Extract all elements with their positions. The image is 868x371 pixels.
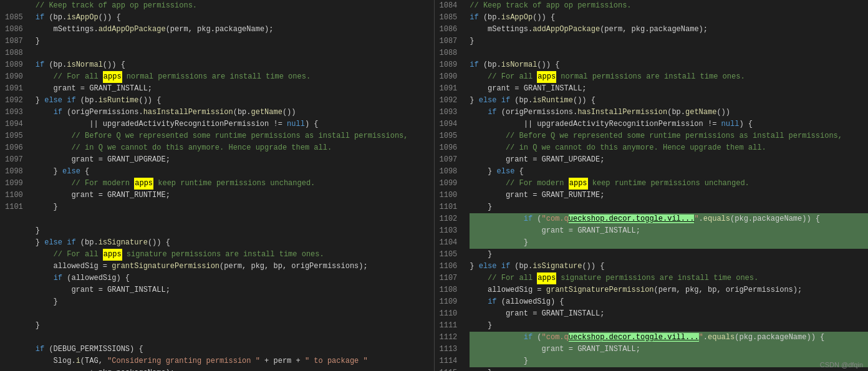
code-line: // Before Q we represented some runtime … [36, 130, 434, 142]
editor-container: 1085 1086 1087 1088 1089 1090 1091 1092 … [0, 0, 868, 371]
code-line: } else if (bp.isSignature()) { [36, 237, 434, 249]
code-line-highlighted: if ("com.queckshop.decor.toggle.vil...".… [470, 213, 868, 225]
code-line: // For modern apps keep runtime permissi… [36, 178, 434, 190]
right-pane: 1084 1085 1086 1087 1088 1089 1090 1091 … [435, 0, 869, 371]
code-line: mSettings.addAppOpPackage(perm, pkg.pack… [36, 24, 434, 36]
left-line-numbers: 1085 1086 1087 1088 1089 1090 1091 1092 … [0, 0, 33, 371]
code-line: allowedSig = grantSignaturePermission(pe… [470, 284, 868, 296]
code-line: // Keep track of app op permissions. [36, 0, 434, 12]
code-line: grant = GRANT_UPGRADE; [470, 154, 868, 166]
code-line [470, 47, 868, 59]
code-line: } else { [36, 166, 434, 178]
code-line: } [470, 249, 868, 261]
code-line: // in Q we cannot do this anymore. Hence… [470, 142, 868, 154]
code-line: if (bp.isAppOp()) { [36, 12, 434, 24]
code-line: grant = GRANT_INSTALL; [36, 284, 434, 296]
code-line: } [36, 320, 434, 332]
code-line: if (bp.isNormal()) { [470, 59, 868, 71]
code-line: } else if (bp.isRuntime()) { [470, 95, 868, 107]
code-line: grant = GRANT_RUNTIME; [470, 190, 868, 201]
code-line: } [36, 201, 434, 213]
code-line-highlighted: grant = GRANT_INSTALL; [470, 344, 868, 355]
code-line [36, 47, 434, 59]
code-line: if (allowedSig) { [470, 296, 868, 308]
code-line: if (origPermissions.hasInstallPermission… [470, 107, 868, 118]
code-line: + pkg.packageName); [36, 367, 434, 371]
watermark: CSDN @dfqin [820, 361, 863, 369]
code-line: // Keep track of app op permissions. [470, 0, 868, 12]
code-line: grant = GRANT_INSTALL; [470, 308, 868, 320]
code-line: if (bp.isAppOp()) { [470, 12, 868, 24]
code-line: allowedSig = grantSignaturePermission(pe… [36, 261, 434, 272]
code-line [36, 308, 434, 320]
code-line: // For all apps signature permissions ar… [36, 249, 434, 261]
code-line: grant = GRANT_INSTALL; [36, 83, 434, 95]
code-line: mSettings.addAppOpPackage(perm, pkg.pack… [470, 24, 868, 36]
left-pane: 1085 1086 1087 1088 1089 1090 1091 1092 … [0, 0, 434, 371]
code-line: // For modern apps keep runtime permissi… [470, 178, 868, 190]
code-line: || upgradedActivityRecognitionPermission… [36, 118, 434, 130]
code-line [36, 213, 434, 225]
code-line-highlighted: } [470, 237, 868, 249]
code-line-highlighted: grant = GRANT_INSTALL; [470, 225, 868, 237]
code-line: // in Q we cannot do this anymore. Hence… [36, 142, 434, 154]
code-line: } else if (bp.isRuntime()) { [36, 95, 434, 107]
code-line-highlighted: if ("com.queckshop.decor.toggle.vill..."… [470, 332, 868, 344]
code-line: } else if (bp.isSignature()) { [470, 261, 868, 272]
code-line: if (origPermissions.hasInstallPermission… [36, 107, 434, 118]
code-line-highlighted: } [470, 355, 868, 367]
code-line: if (bp.isNormal()) { [36, 59, 434, 71]
code-line: // Before Q we represented some runtime … [470, 130, 868, 142]
code-line: if (allowedSig) { [36, 272, 434, 284]
code-line: if (DEBUG_PERMISSIONS) { [36, 344, 434, 355]
code-line: } [36, 36, 434, 47]
code-line: } [470, 201, 868, 213]
code-line: } [470, 36, 868, 47]
code-line: // For all apps normal permissions are i… [470, 71, 868, 83]
code-line: grant = GRANT_INSTALL; [470, 83, 868, 95]
right-code-content: // Keep track of app op permissions. if … [467, 0, 868, 371]
code-line: grant = GRANT_UPGRADE; [36, 154, 434, 166]
code-line: } [36, 296, 434, 308]
code-line: grant = GRANT_RUNTIME; [36, 190, 434, 201]
code-line: || upgradedActivityRecognitionPermission… [470, 118, 868, 130]
code-line: } else { [470, 166, 868, 178]
code-line: } [36, 225, 434, 237]
right-line-numbers: 1084 1085 1086 1087 1088 1089 1090 1091 … [435, 0, 468, 371]
code-line [36, 332, 434, 344]
code-line: // For all apps normal permissions are i… [36, 71, 434, 83]
code-line: } [470, 320, 868, 332]
code-line: Slog.i(TAG, "Considering granting permis… [36, 355, 434, 367]
code-line: // For all apps signature permissions ar… [470, 272, 868, 284]
code-line: } [470, 367, 868, 371]
left-code-content: // Keep track of app op permissions. if … [33, 0, 434, 371]
